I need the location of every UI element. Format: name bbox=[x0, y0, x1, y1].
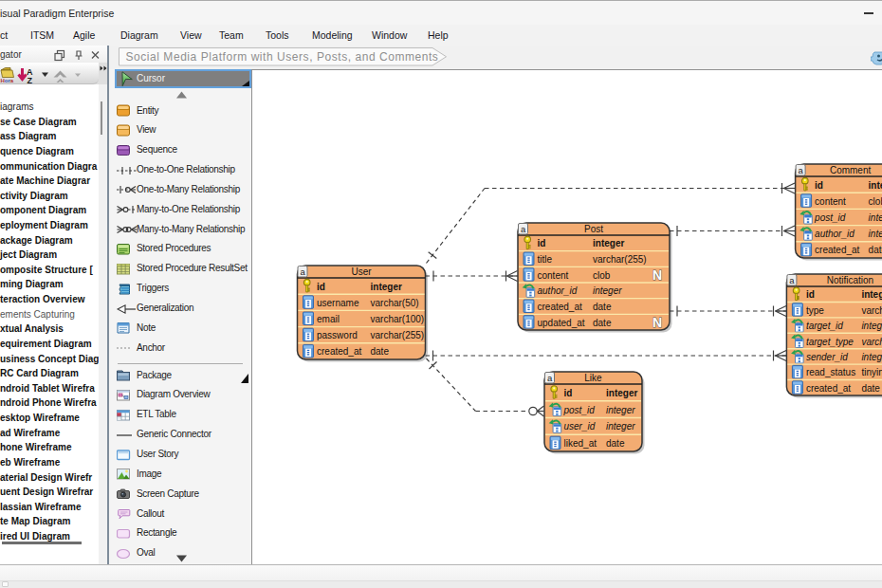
svg-text:id: id bbox=[538, 238, 546, 248]
svg-text:date: date bbox=[593, 318, 612, 328]
svg-text:integer: integer bbox=[869, 180, 882, 191]
svg-text:N: N bbox=[652, 315, 662, 330]
svg-text:date: date bbox=[606, 438, 625, 449]
svg-text:title: title bbox=[538, 254, 553, 265]
svg-text:a: a bbox=[547, 373, 553, 383]
svg-text:password: password bbox=[317, 330, 358, 340]
svg-text:tinyint: tinyint bbox=[861, 367, 882, 377]
svg-text:read_status: read_status bbox=[806, 367, 855, 377]
svg-text:Social Media Platform with Use: Social Media Platform with Users, Posts,… bbox=[126, 50, 439, 64]
svg-text:id: id bbox=[806, 289, 815, 300]
svg-text:integer: integer bbox=[371, 282, 402, 292]
svg-text:integer: integer bbox=[606, 388, 637, 398]
svg-text:created_at: created_at bbox=[317, 346, 361, 357]
svg-text:varchar(50): varchar(50) bbox=[371, 298, 419, 308]
svg-text:integer: integer bbox=[606, 421, 635, 432]
svg-text:post_id: post_id bbox=[814, 212, 846, 223]
svg-text:id: id bbox=[317, 282, 325, 292]
svg-text:integer: integer bbox=[606, 405, 635, 415]
svg-text:target_id: target_id bbox=[806, 321, 843, 331]
svg-text:content: content bbox=[538, 270, 569, 281]
svg-text:integer: integer bbox=[869, 212, 882, 223]
svg-text:User: User bbox=[351, 266, 372, 277]
svg-text:N: N bbox=[652, 267, 662, 283]
svg-text:Hora: Hora bbox=[1, 78, 14, 83]
svg-text:date: date bbox=[869, 245, 882, 255]
svg-text:Comment: Comment bbox=[830, 165, 872, 175]
svg-text:integer: integer bbox=[869, 229, 882, 239]
svg-text:post_id: post_id bbox=[563, 405, 596, 415]
svg-text:email: email bbox=[317, 314, 340, 324]
svg-text:date: date bbox=[593, 302, 612, 312]
svg-text:a: a bbox=[789, 275, 795, 285]
svg-text:a: a bbox=[300, 266, 305, 277]
svg-text:user_id: user_id bbox=[564, 421, 596, 432]
svg-text:author_id: author_id bbox=[815, 229, 854, 239]
svg-text:a: a bbox=[799, 165, 804, 175]
svg-text:id: id bbox=[815, 180, 823, 191]
svg-text:a: a bbox=[521, 224, 526, 234]
svg-text:created_at: created_at bbox=[815, 245, 859, 255]
svg-text:varchar(50): varchar(50) bbox=[861, 337, 882, 347]
svg-text:integer: integer bbox=[861, 321, 882, 331]
svg-text:sender_id: sender_id bbox=[806, 352, 848, 362]
svg-text:varchar(255): varchar(255) bbox=[861, 305, 882, 316]
svg-text:target_type: target_type bbox=[806, 337, 854, 347]
svg-text:varchar(100): varchar(100) bbox=[371, 314, 425, 324]
svg-text:date: date bbox=[861, 383, 880, 394]
svg-text:date: date bbox=[371, 346, 390, 357]
svg-text:integer: integer bbox=[861, 289, 882, 300]
svg-text:varchar(255): varchar(255) bbox=[593, 254, 647, 265]
svg-text:content: content bbox=[815, 196, 846, 207]
svg-text:username: username bbox=[317, 298, 359, 308]
svg-text:varchar(255): varchar(255) bbox=[371, 330, 425, 340]
svg-text:id: id bbox=[564, 388, 573, 398]
svg-text:Z: Z bbox=[28, 76, 33, 84]
svg-text:type: type bbox=[806, 305, 824, 316]
svg-text:Notification: Notification bbox=[827, 275, 873, 285]
svg-text:created_at: created_at bbox=[806, 383, 851, 394]
svg-text:created_at: created_at bbox=[538, 302, 582, 312]
svg-text:updated_at: updated_at bbox=[538, 318, 585, 328]
svg-text:author_id: author_id bbox=[538, 285, 578, 296]
svg-text:Post: Post bbox=[584, 224, 603, 234]
svg-text:Like: Like bbox=[584, 373, 602, 383]
svg-text:clob: clob bbox=[869, 196, 882, 207]
svg-text:integer: integer bbox=[861, 352, 882, 362]
svg-text:integer: integer bbox=[593, 238, 624, 248]
svg-text:clob: clob bbox=[593, 270, 611, 281]
svg-text:integer: integer bbox=[593, 285, 622, 296]
svg-text:liked_at: liked_at bbox=[564, 438, 597, 449]
